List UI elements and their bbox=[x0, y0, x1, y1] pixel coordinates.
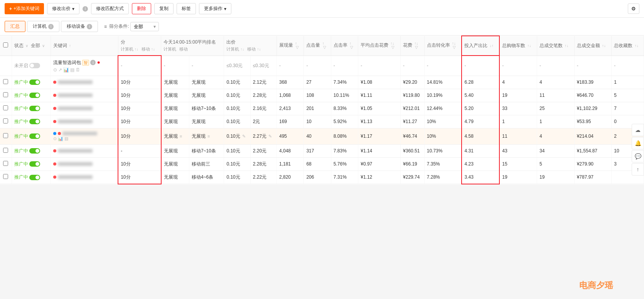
row-checkbox[interactable] bbox=[3, 161, 8, 166]
row-checkbox[interactable] bbox=[3, 174, 8, 179]
modify-match-button[interactable]: 修改匹配方式 bbox=[91, 3, 129, 14]
row-checkbox[interactable] bbox=[3, 148, 8, 153]
keyword-text-blurred bbox=[58, 106, 93, 110]
toolbar: +添加关键词 修改出价 i 修改匹配方式 删除 复制 标签 更多操作 ⚙ bbox=[0, 0, 644, 18]
tab-computer[interactable]: 计算机 i bbox=[27, 21, 59, 32]
tab-mobile[interactable]: 移动设备 i bbox=[61, 21, 98, 32]
row-clicks-cell: 40 bbox=[304, 128, 331, 144]
copy-button[interactable]: 复制 bbox=[154, 3, 174, 14]
row-cart-cell: - bbox=[499, 56, 537, 76]
row-rank-pc-cell: 无展现 bbox=[161, 144, 189, 157]
status-toggle[interactable] bbox=[29, 161, 40, 167]
smart-action-icon[interactable]: 🗓 bbox=[76, 67, 80, 73]
orders-sort-icon[interactable]: ↑↓ bbox=[565, 44, 568, 48]
row-checkbox[interactable] bbox=[3, 79, 8, 84]
row-orders-cell: 5 bbox=[537, 157, 574, 171]
add-keyword-button[interactable]: +添加关键词 bbox=[5, 3, 44, 14]
row-status-cell: 推广中 bbox=[12, 115, 51, 128]
row-score-cell: 10分 bbox=[118, 157, 161, 171]
tag-button[interactable]: 标签 bbox=[177, 3, 196, 14]
mobile-info-icon[interactable]: i bbox=[87, 24, 92, 29]
modify-bid-button[interactable]: 修改出价 bbox=[47, 3, 79, 14]
status-toggle[interactable] bbox=[29, 93, 40, 98]
smart-action-icon[interactable]: 📊 bbox=[63, 67, 69, 73]
smart-action-icon[interactable]: ⊙ bbox=[53, 67, 57, 73]
th-cart: 总购物车数 ↑↓ bbox=[499, 36, 537, 56]
clicks-sort-icon[interactable]: ↑▽ bbox=[322, 42, 326, 49]
keyword-text-blurred bbox=[62, 132, 97, 135]
sidebar-bell-btn[interactable]: 🔔 bbox=[632, 137, 644, 149]
allstatus-sort-icon[interactable]: ∨ bbox=[42, 44, 45, 48]
keywords-table: 状态 ∨ 全部 ∨ 关键词 ↑ 分 计算机 ↑↓ 移动 ↑↓ bbox=[0, 35, 644, 184]
smart-action-icon[interactable]: ↗ bbox=[58, 67, 62, 73]
row-revenue-cell: ¥1,102.29 bbox=[574, 102, 612, 115]
select-all-checkbox[interactable] bbox=[3, 42, 8, 47]
computer-info-icon[interactable]: i bbox=[48, 24, 54, 29]
filter-select[interactable]: 全部 推广中 未开启 bbox=[130, 22, 159, 31]
row-ctr-cell: 5.92% bbox=[331, 115, 358, 128]
more-actions-button[interactable]: 更多操作 bbox=[199, 3, 231, 14]
keyword-sort-icon[interactable]: ↑ bbox=[69, 44, 71, 48]
status-toggle[interactable] bbox=[29, 119, 40, 124]
sidebar-cloud-btn[interactable]: ☁ bbox=[632, 124, 644, 136]
avgcpc-sort-icon[interactable]: ↑↓▽ bbox=[391, 42, 394, 49]
row-keyword-cell: ⊙ 📊 ▤ bbox=[51, 128, 118, 144]
row-roi-cell: 6.28 bbox=[462, 76, 499, 89]
ctr-sort-icon[interactable]: ↑▽ bbox=[349, 42, 353, 49]
cvr-sort-icon[interactable]: ↑↓▽ bbox=[452, 42, 456, 49]
roi-sort-icon[interactable]: ↓↑ bbox=[490, 44, 494, 48]
row-checkbox-cell bbox=[0, 56, 12, 76]
row-rank-mobile-cell: 移动前三 bbox=[189, 157, 224, 171]
status-badge: 推广中 bbox=[14, 148, 28, 154]
th-bid: 出价 计算机 ↑↓ 移动 ↑↓ bbox=[224, 36, 277, 56]
status-toggle[interactable] bbox=[29, 148, 40, 154]
table-row: 推广中 10分无展现无展现0.10元2.28元1,06810810.11%¥1.… bbox=[0, 89, 644, 102]
row-checkbox[interactable] bbox=[3, 105, 8, 110]
row-bid-mobile-cell: 2.20元 bbox=[250, 144, 276, 157]
impressions-sort-icon[interactable]: ↑▽ bbox=[295, 42, 299, 49]
delete-button[interactable]: 删除 bbox=[132, 3, 151, 14]
revenue-sort-icon[interactable]: ↑↓ bbox=[602, 44, 606, 48]
bid-mobile-edit-icon[interactable]: ✎ bbox=[267, 134, 272, 139]
row-bid-mobile-cell: ≤0.30元 bbox=[250, 56, 276, 76]
rank-mobile-edit-icon[interactable]: ≡ bbox=[206, 134, 210, 139]
sidebar-up-btn[interactable]: ↑ bbox=[632, 163, 644, 176]
row-cart-cell: 33 bbox=[499, 102, 537, 115]
row-checkbox[interactable] bbox=[3, 92, 8, 97]
cart-sort-icon[interactable]: ↑↓ bbox=[528, 44, 531, 48]
favorites-sort-icon[interactable]: ↑↓ bbox=[635, 44, 639, 48]
status-sort-icon[interactable]: ∨ bbox=[25, 44, 28, 48]
row-ctr-cell: 8.08% bbox=[331, 128, 358, 144]
rank-pc-edit-icon[interactable]: ≡ bbox=[179, 134, 182, 139]
tab-summary[interactable]: 汇总 bbox=[5, 21, 25, 32]
row-impressions-cell: 2,820 bbox=[277, 171, 304, 184]
settings-button[interactable]: ⚙ bbox=[628, 3, 639, 14]
status-toggle[interactable] bbox=[29, 175, 40, 180]
row-bid-pc-cell: 0.10元 bbox=[224, 157, 250, 171]
row-spend-cell: ¥66.19 bbox=[401, 157, 425, 171]
keyword-text-blurred bbox=[58, 93, 93, 97]
status-toggle[interactable] bbox=[29, 106, 40, 111]
row-checkbox[interactable] bbox=[3, 118, 8, 123]
status-toggle[interactable] bbox=[29, 63, 40, 68]
status-toggle[interactable] bbox=[29, 79, 40, 85]
modify-bid-info-icon[interactable]: i bbox=[83, 6, 88, 12]
filter-label: 筛分条件: bbox=[104, 23, 129, 30]
row-favorites-cell: - bbox=[612, 56, 644, 76]
smart-action-icon[interactable]: ▤ bbox=[70, 67, 74, 73]
row-checkbox[interactable] bbox=[3, 133, 8, 138]
row-status-cell: 推广中 bbox=[12, 128, 51, 144]
status-toggle[interactable] bbox=[29, 133, 40, 139]
row-status-cell: 推广中 bbox=[12, 89, 51, 102]
keyword-action-icons[interactable]: ⊙ 📊 ▤ bbox=[53, 136, 116, 141]
bid-pc-edit-icon[interactable]: ✎ bbox=[241, 134, 246, 139]
row-score-cell: 10分 bbox=[118, 128, 161, 144]
spend-sort-icon[interactable]: ↑↓▽ bbox=[414, 42, 418, 49]
row-rank-mobile-cell: 无展现 bbox=[189, 89, 224, 102]
table-row: 推广中 10分无展现无展现0.10元2.12元368277.34%¥1.08¥2… bbox=[0, 76, 644, 89]
sidebar-chat-btn[interactable]: 💬 bbox=[632, 150, 644, 162]
th-keyword: 关键词 ↑ bbox=[51, 36, 118, 56]
row-status-cell: 推广中 bbox=[12, 157, 51, 171]
smart-info-icon[interactable]: i bbox=[90, 60, 96, 65]
row-cart-cell: 4 bbox=[499, 76, 537, 89]
